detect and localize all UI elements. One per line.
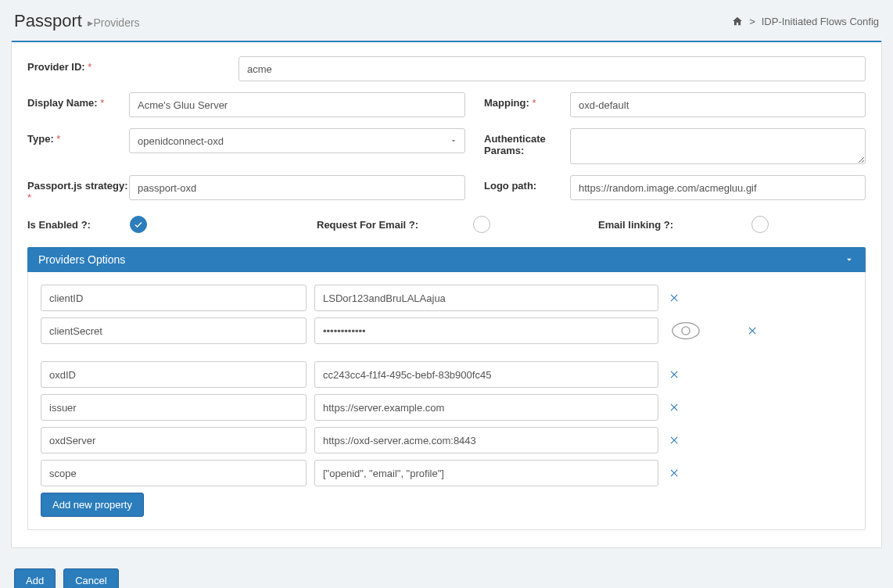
- option-row: [41, 317, 852, 344]
- label-strategy: Passport.js strategy: *: [27, 175, 129, 203]
- option-row: [41, 361, 852, 388]
- label-type: Type: *: [27, 128, 129, 145]
- option-value-input[interactable]: [314, 427, 658, 454]
- page-subtitle: ▸Providers: [88, 16, 139, 29]
- label-request-email: Request For Email ?:: [317, 219, 418, 231]
- logo-path-input[interactable]: [570, 175, 866, 200]
- chevron-down-icon: [844, 254, 855, 265]
- option-value-input[interactable]: [314, 317, 658, 344]
- breadcrumb-sep: >: [749, 16, 755, 27]
- form-actions: Add Cancel: [0, 559, 893, 588]
- is-enabled-toggle[interactable]: [130, 216, 147, 233]
- provider-id-input[interactable]: [238, 56, 866, 81]
- breadcrumb: > IDP-Initiated Flows Config: [732, 16, 879, 27]
- option-key-input[interactable]: [41, 317, 307, 344]
- option-value-input[interactable]: [314, 361, 658, 388]
- auth-params-textarea[interactable]: [570, 128, 866, 164]
- eye-icon[interactable]: [666, 321, 705, 340]
- option-key-input[interactable]: [41, 361, 307, 388]
- email-linking-toggle[interactable]: [751, 216, 769, 233]
- delete-option-button[interactable]: [744, 322, 762, 339]
- row-provider-id: Provider ID: *: [27, 56, 866, 81]
- mapping-input[interactable]: [570, 92, 866, 117]
- page-header: Passport ▸Providers > IDP-Initiated Flow…: [0, 0, 893, 41]
- strategy-input[interactable]: [129, 175, 465, 200]
- option-row: [41, 460, 852, 486]
- request-email-toggle[interactable]: [473, 216, 490, 233]
- main-panel: Provider ID: * Display Name: * Mapping: …: [11, 41, 882, 548]
- cancel-button[interactable]: Cancel: [63, 568, 118, 588]
- option-key-input[interactable]: [41, 394, 307, 421]
- title-block: Passport ▸Providers: [14, 11, 140, 31]
- svg-point-0: [672, 323, 699, 339]
- providers-options-title: Providers Options: [38, 253, 125, 266]
- providers-options-header[interactable]: Providers Options: [27, 247, 866, 272]
- delete-option-button[interactable]: [666, 399, 683, 416]
- option-row: [41, 427, 852, 454]
- home-icon[interactable]: [732, 16, 743, 27]
- add-property-button[interactable]: Add new property: [41, 493, 144, 517]
- svg-point-1: [682, 327, 690, 335]
- breadcrumb-current: IDP-Initiated Flows Config: [762, 16, 879, 27]
- label-email-linking: Email linking ?:: [598, 219, 673, 231]
- option-value-input[interactable]: [314, 394, 658, 421]
- option-row: [41, 394, 852, 421]
- label-auth-params: Authenticate Params:: [484, 128, 570, 156]
- providers-options-body: Add new property: [27, 272, 866, 530]
- add-button[interactable]: Add: [14, 568, 56, 588]
- option-key-input[interactable]: [41, 285, 307, 311]
- delete-option-button[interactable]: [666, 464, 683, 482]
- toggle-row: Is Enabled ?: Request For Email ?: Email…: [27, 216, 866, 233]
- label-logo-path: Logo path:: [484, 175, 570, 192]
- option-key-input[interactable]: [41, 427, 307, 454]
- display-name-input[interactable]: [129, 92, 465, 117]
- label-provider-id: Provider ID: *: [27, 56, 238, 73]
- delete-option-button[interactable]: [666, 289, 683, 307]
- type-select[interactable]: openidconnect-oxd: [129, 128, 465, 153]
- option-value-input[interactable]: [314, 285, 658, 311]
- option-value-input[interactable]: [314, 460, 658, 486]
- label-mapping: Mapping: *: [484, 92, 570, 109]
- label-display-name: Display Name: *: [27, 92, 129, 109]
- option-key-input[interactable]: [41, 460, 307, 486]
- delete-option-button[interactable]: [666, 432, 683, 449]
- option-row: [41, 285, 852, 311]
- page-title: Passport: [14, 11, 82, 30]
- label-is-enabled: Is Enabled ?:: [27, 219, 91, 231]
- delete-option-button[interactable]: [666, 366, 683, 383]
